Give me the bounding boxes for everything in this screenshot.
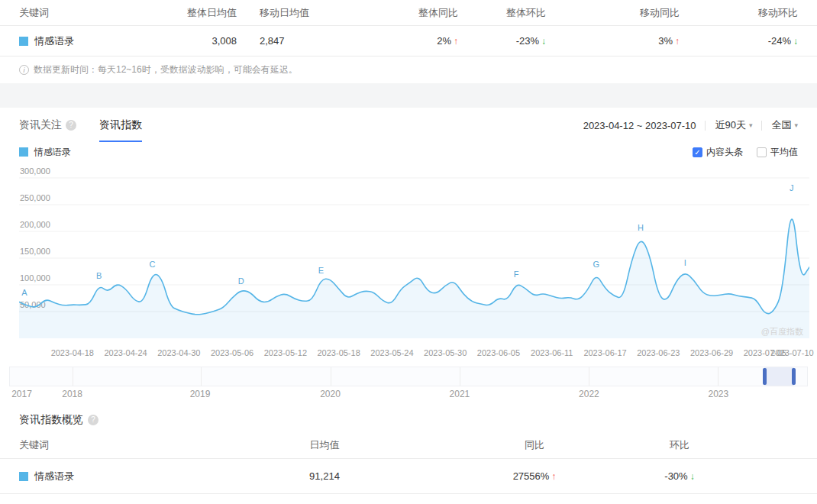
col-header-keyword: 关键词 [19, 6, 160, 20]
svg-text:B: B [96, 271, 102, 280]
tab-news-index[interactable]: 资讯指数 [99, 108, 142, 142]
keyword-label: 情感语录 [34, 470, 74, 483]
keyword-label: 情感语录 [34, 34, 74, 48]
keyword-cell: 情感语录 [19, 34, 160, 48]
brush-track[interactable] [9, 367, 808, 386]
info-icon: i [19, 65, 29, 75]
summary-table-header: 关键词 整体日均值 移动日均值 整体同比 整体环比 移动同比 移动环比 [0, 0, 817, 26]
overall-mom-cell: -23%↓ [458, 35, 546, 47]
x-axis-label: 2023-05-18 [318, 348, 360, 357]
help-icon[interactable]: ? [88, 415, 98, 425]
summary-table: 关键词 整体日均值 移动日均值 整体同比 整体环比 移动同比 移动环比 情感语录… [0, 0, 817, 83]
baidu-index-page: 关键词 整体日均值 移动日均值 整体同比 整体环比 移动同比 移动环比 情感语录… [0, 0, 817, 494]
overall-mom-value: -23% [516, 35, 539, 47]
section-divider [0, 83, 817, 108]
checkbox-average-label: 平均值 [770, 146, 798, 159]
x-axis-label: 2023-05-12 [264, 348, 307, 357]
overview-mom-value: -30% [664, 470, 687, 482]
svg-text:D: D [238, 276, 244, 286]
timeline-brush[interactable]: 2017201820192020202120222023 [9, 367, 808, 402]
vertical-divider [705, 121, 706, 131]
x-axis-label: 2023-05-06 [211, 348, 253, 357]
checkbox-average[interactable]: 平均值 [757, 146, 798, 159]
svg-text:G: G [593, 260, 600, 269]
x-axis-label: 2023-04-30 [157, 348, 200, 357]
trend-chart-svg: 50,000100,000150,000200,000250,000300,00… [19, 164, 809, 344]
svg-text:E: E [318, 266, 324, 275]
trend-header: 资讯关注 ? 资讯指数 2023-04-12 ~ 2023-07-10 近90天… [0, 108, 817, 143]
checkbox-content-headline-label: 内容头条 [706, 146, 743, 159]
trend-section: 资讯关注 ? 资讯指数 2023-04-12 ~ 2023-07-10 近90天… [0, 108, 817, 402]
svg-text:300,000: 300,000 [20, 166, 50, 176]
region-selector[interactable]: 全国 ▾ [771, 118, 798, 132]
note-text: 数据更新时间：每天12~16时，受数据波动影响，可能会有延迟。 [34, 63, 298, 76]
svg-text:150,000: 150,000 [20, 247, 50, 256]
x-axis-labels: 2023-04-182023-04-242023-04-302023-05-06… [19, 348, 809, 360]
mobile-yoy-cell: 3%↑ [546, 35, 680, 47]
svg-text:F: F [514, 270, 519, 279]
checkbox-unchecked-icon[interactable] [757, 147, 767, 157]
timeline-year-label: 2017 [11, 389, 32, 399]
data-update-note: i 数据更新时间：每天12~16时，受数据波动影响，可能会有延迟。 [0, 57, 817, 83]
period-selector[interactable]: 近90天 ▾ [715, 118, 752, 132]
brush-handle-right[interactable] [792, 368, 796, 385]
year-tick [73, 367, 73, 386]
overview-title-row: 资讯指数概览 ? [19, 413, 798, 427]
col-header-overall-daily: 整体日均值 [160, 6, 237, 20]
overview-daily-avg-value: 91,214 [210, 470, 439, 482]
svg-text:J: J [790, 183, 794, 192]
tab-news-index-label: 资讯指数 [99, 118, 142, 132]
brush-handle-left[interactable] [763, 368, 767, 385]
overview-section: 资讯指数概览 ? 关键词 日均值 同比 环比 情感语录 91,214 27556… [0, 413, 817, 494]
chevron-down-icon: ▾ [749, 121, 753, 129]
date-range-text: 2023-04-12 ~ 2023-07-10 [583, 120, 696, 131]
svg-text:A: A [21, 288, 27, 297]
keyword-color-chip [19, 472, 28, 481]
check-mark: ✓ [694, 148, 700, 157]
svg-text:H: H [638, 223, 644, 232]
tab-news-attention[interactable]: 资讯关注 ? [19, 108, 76, 142]
overview-yoy-value: 27556% [513, 470, 550, 482]
svg-text:100,000: 100,000 [20, 273, 50, 283]
svg-text:C: C [149, 260, 155, 269]
timeline-year-label: 2021 [450, 389, 470, 399]
checkbox-content-headline[interactable]: ✓ 内容头条 [693, 146, 743, 159]
mobile-daily-avg-value: 2,847 [237, 35, 336, 47]
help-icon[interactable]: ? [66, 120, 76, 131]
svg-text:200,000: 200,000 [20, 220, 50, 229]
vertical-divider [761, 121, 762, 131]
year-tick [201, 367, 202, 386]
brush-selection[interactable] [764, 367, 795, 386]
svg-text:250,000: 250,000 [20, 193, 50, 202]
period-selector-label: 近90天 [715, 118, 745, 132]
x-axis-label: 2023-06-29 [690, 348, 733, 357]
legend-keyword-label: 情感语录 [34, 146, 71, 159]
x-axis-label: 2023-06-05 [477, 348, 520, 357]
down-arrow-icon: ↓ [690, 471, 695, 482]
overview-title: 资讯指数概览 [19, 413, 83, 427]
mobile-mom-cell: -24%↓ [680, 35, 798, 47]
x-axis-label: 2023-05-24 [370, 348, 413, 357]
chevron-down-icon: ▾ [794, 121, 798, 129]
series-legend: 情感语录 [19, 146, 71, 159]
overview-table-row: 情感语录 91,214 27556%↑ -30%↓ [0, 459, 817, 494]
mobile-mom-value: -24% [768, 35, 791, 47]
overview-yoy-cell: 27556%↑ [439, 470, 630, 482]
col-header-mobile-daily: 移动日均值 [237, 6, 336, 20]
timeline-year-label: 2023 [708, 389, 728, 399]
col-header-mobile-yoy: 移动同比 [546, 6, 680, 20]
timeline-year-labels: 2017201820192020202120222023 [9, 389, 808, 402]
timeline-year-label: 2020 [320, 389, 341, 399]
x-axis-label: 2023-07-10 [770, 348, 813, 357]
checkbox-checked-icon[interactable]: ✓ [693, 147, 702, 157]
col-header-overall-yoy: 整体同比 [336, 6, 458, 20]
watermark: @百度指数 [761, 326, 803, 338]
trend-chart[interactable]: 50,000100,000150,000200,000250,000300,00… [19, 164, 809, 347]
x-axis-label: 2023-05-30 [424, 348, 467, 357]
col-header-mom: 环比 [630, 438, 729, 452]
overall-daily-avg-value: 3,008 [160, 35, 237, 47]
timeline-year-label: 2019 [190, 389, 211, 399]
col-header-overall-mom: 整体环比 [458, 6, 546, 20]
region-selector-label: 全国 [771, 118, 791, 132]
trend-tabs: 资讯关注 ? 资讯指数 [19, 108, 142, 142]
